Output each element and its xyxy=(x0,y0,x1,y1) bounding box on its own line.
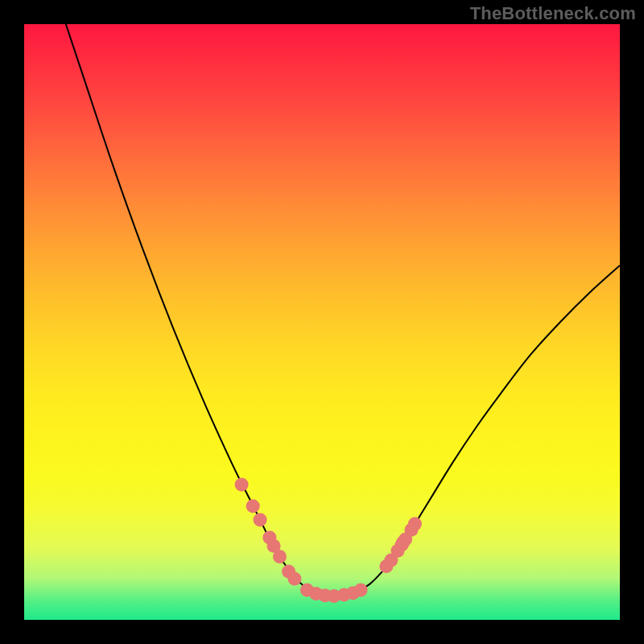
watermark-text: TheBottleneck.com xyxy=(470,3,636,24)
data-marker xyxy=(354,583,368,597)
data-markers xyxy=(235,478,422,603)
curve-group xyxy=(66,24,620,596)
bottleneck-curve-plot xyxy=(24,24,620,620)
data-marker xyxy=(408,517,422,530)
data-marker xyxy=(246,499,260,513)
data-marker xyxy=(287,572,301,585)
data-marker xyxy=(254,513,267,526)
data-marker xyxy=(273,550,287,564)
data-marker xyxy=(235,478,249,492)
curve-left-branch xyxy=(66,24,334,596)
chart-frame: { "watermark": "TheBottleneck.com", "col… xyxy=(0,0,644,644)
curve-right-branch xyxy=(334,266,620,597)
